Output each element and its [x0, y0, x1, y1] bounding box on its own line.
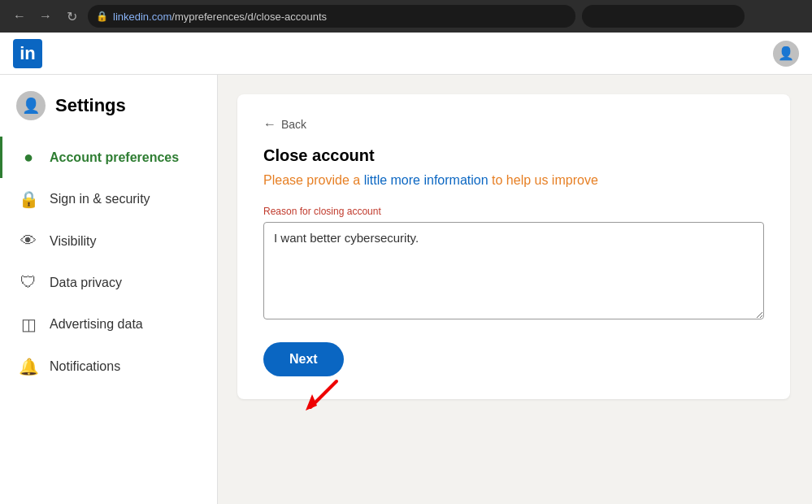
settings-avatar: 👤: [16, 91, 46, 120]
sidebar-item-account-preferences[interactable]: ● Account preferences: [0, 137, 217, 178]
sidebar-item-advertising-data[interactable]: ◫ Advertising data: [0, 303, 217, 345]
field-label: Reason for closing account: [263, 206, 764, 217]
sidebar-item-label: Visibility: [50, 234, 97, 249]
back-label: Back: [281, 118, 306, 131]
sidebar-item-sign-in-security[interactable]: 🔒 Sign in & security: [0, 178, 217, 220]
sidebar-item-label: Data privacy: [50, 276, 122, 290]
address-bar[interactable]: 🔒 linkedin.com/mypreferences/d/close-acc…: [88, 5, 575, 28]
settings-title: Settings: [55, 95, 126, 116]
sidebar: 👤 Settings ● Account preferences 🔒 Sign …: [0, 75, 218, 504]
content-area: ← Back Close account Please provide a li…: [218, 75, 812, 504]
sidebar-item-data-privacy[interactable]: 🛡 Data privacy: [0, 262, 217, 303]
reason-textarea[interactable]: I want better cybersecurity.: [263, 222, 764, 319]
sidebar-item-notifications[interactable]: 🔔 Notifications: [0, 345, 217, 388]
sidebar-item-label: Sign in & security: [50, 192, 150, 206]
close-account-card: ← Back Close account Please provide a li…: [237, 94, 790, 399]
back-arrow-icon: ←: [263, 117, 276, 132]
top-nav: in 👤: [0, 33, 812, 75]
sidebar-item-label: Account preferences: [50, 150, 179, 165]
back-nav-button[interactable]: ←: [10, 7, 29, 26]
forward-nav-button[interactable]: →: [36, 7, 55, 26]
sidebar-item-visibility[interactable]: 👁 Visibility: [0, 220, 217, 262]
main-layout: 👤 Settings ● Account preferences 🔒 Sign …: [0, 75, 812, 504]
lock-icon: 🔒: [96, 11, 108, 22]
sign-in-security-icon: 🔒: [19, 189, 38, 209]
linkedin-logo: in: [13, 39, 42, 68]
subtitle-highlight: little more information: [364, 173, 489, 187]
settings-header: 👤 Settings: [0, 91, 217, 137]
card-title: Close account: [263, 146, 764, 165]
browser-chrome: ← → ↻ 🔒 linkedin.com/mypreferences/d/clo…: [0, 0, 812, 33]
reload-button[interactable]: ↻: [62, 7, 81, 26]
browser-profile-area: [582, 5, 745, 28]
svg-marker-1: [306, 394, 317, 411]
notifications-icon: 🔔: [19, 357, 38, 376]
nav-avatar[interactable]: 👤: [773, 41, 799, 67]
url-text: linkedin.com/mypreferences/d/close-accou…: [113, 11, 327, 23]
visibility-icon: 👁: [19, 232, 38, 250]
data-privacy-icon: 🛡: [19, 273, 38, 292]
next-button-area: Next: [263, 342, 344, 376]
next-button[interactable]: Next: [263, 342, 344, 376]
back-link[interactable]: ← Back: [263, 117, 764, 132]
sidebar-item-label: Advertising data: [50, 317, 143, 332]
card-subtitle: Please provide a little more information…: [263, 172, 764, 189]
sidebar-item-label: Notifications: [50, 359, 120, 374]
advertising-data-icon: ◫: [19, 315, 38, 334]
account-preferences-icon: ●: [19, 148, 38, 167]
svg-line-0: [310, 381, 337, 407]
